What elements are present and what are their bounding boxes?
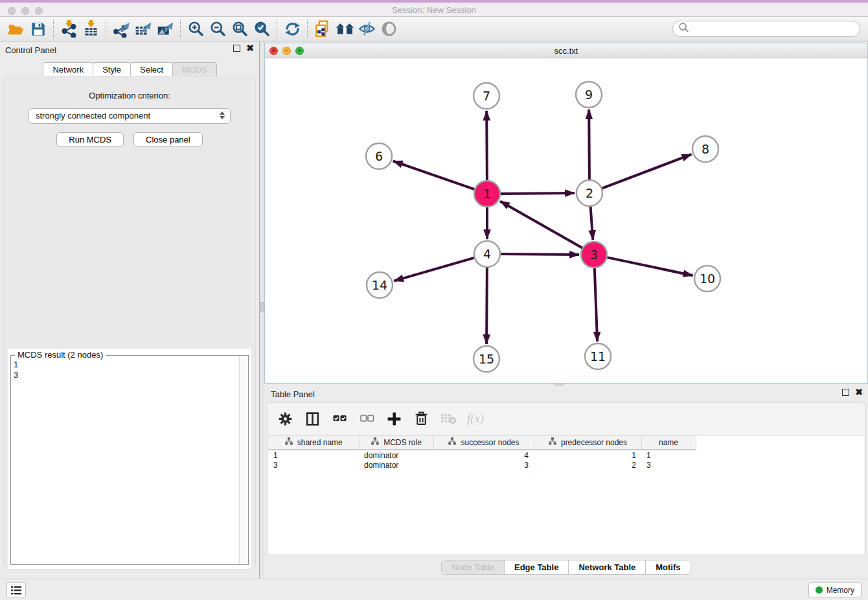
toolbar-separator	[106, 20, 106, 38]
task-history-button[interactable]	[6, 583, 26, 597]
svg-text:4: 4	[483, 247, 491, 261]
search-input[interactable]	[692, 23, 860, 36]
criterion-dropdown[interactable]: strongly connected component	[29, 108, 231, 124]
column-header[interactable]: MCDS role	[359, 435, 433, 450]
select-all-icon[interactable]	[331, 410, 348, 427]
edge-3-10[interactable]	[607, 257, 693, 275]
node-11[interactable]: 11	[585, 343, 611, 369]
node-3[interactable]: 3	[581, 242, 607, 268]
show-columns-icon[interactable]	[304, 410, 321, 427]
tab-network[interactable]: Network	[43, 62, 93, 76]
zoom-out-icon[interactable]	[207, 19, 229, 40]
svg-text:1: 1	[483, 187, 491, 201]
table-cell[interactable]: 1	[268, 450, 359, 460]
memory-label: Memory	[827, 586, 854, 595]
column-header[interactable]: shared name	[268, 435, 359, 450]
edge-1-7[interactable]	[486, 111, 487, 181]
optimization-criterion-label: Optimization criterion:	[4, 91, 255, 100]
table-row[interactable]: 3dominator323	[268, 460, 696, 470]
tab-mcds[interactable]: MCDS	[172, 62, 216, 76]
tab-node-table[interactable]: Node Table	[442, 560, 504, 574]
table-cell[interactable]: dominator	[359, 460, 433, 470]
vertical-splitter[interactable]	[259, 41, 264, 579]
column-header[interactable]: predecessor nodes	[534, 435, 641, 450]
close-panel-button[interactable]: Close panel	[133, 132, 203, 147]
search-box[interactable]	[672, 21, 860, 37]
tab-style[interactable]: Style	[93, 62, 131, 76]
node-4[interactable]: 4	[474, 241, 500, 267]
edge-4-3[interactable]	[500, 254, 579, 255]
node-7[interactable]: 7	[474, 83, 499, 109]
run-mcds-button[interactable]: Run MCDS	[56, 132, 124, 147]
save-session-icon[interactable]	[27, 19, 49, 40]
node-14[interactable]: 14	[367, 272, 393, 298]
zoom-fit-icon[interactable]	[229, 19, 251, 40]
add-column-icon[interactable]	[385, 410, 402, 427]
control-panel-title: Control Panel	[5, 45, 56, 55]
node-10[interactable]: 10	[694, 266, 720, 292]
memory-button[interactable]: Memory	[808, 583, 862, 597]
node-table-container: shared nameMCDS rolesuccessor nodesprede…	[268, 435, 864, 554]
close-panel-icon[interactable]: ✖	[246, 45, 254, 52]
import-table-icon[interactable]	[80, 19, 102, 40]
status-bar: Memory	[0, 579, 868, 600]
node-6[interactable]: 6	[366, 143, 392, 169]
tab-network-table[interactable]: Network Table	[568, 560, 645, 574]
import-network-icon[interactable]	[58, 19, 80, 40]
svg-text:3: 3	[590, 248, 598, 262]
node-8[interactable]: 8	[692, 136, 718, 162]
refresh-layout-icon[interactable]	[281, 19, 303, 40]
column-header[interactable]: successor nodes	[433, 435, 534, 450]
result-scrollbar[interactable]	[239, 356, 248, 564]
float-table-panel-icon[interactable]	[842, 389, 849, 396]
open-session-icon[interactable]	[5, 19, 27, 40]
table-row[interactable]: 1dominator411	[268, 450, 696, 460]
zoom-selected-icon[interactable]	[251, 19, 273, 40]
memory-status-icon	[816, 586, 823, 594]
table-cell[interactable]: 3	[641, 460, 696, 470]
edge-1-6[interactable]	[393, 161, 475, 190]
duplicate-network-icon[interactable]	[312, 19, 334, 40]
session-title: Session: New Session	[0, 5, 868, 15]
export-table-icon[interactable]	[132, 19, 154, 40]
edge-4-14[interactable]	[394, 258, 475, 281]
edge-1-2[interactable]	[500, 193, 575, 194]
toggle-visibility-icon[interactable]	[378, 19, 400, 40]
export-image-icon[interactable]	[154, 19, 176, 40]
export-network-icon[interactable]	[110, 19, 132, 40]
toggle-style-icon[interactable]	[356, 19, 378, 40]
tab-motifs[interactable]: Motifs	[645, 560, 690, 574]
network-canvas[interactable]: 7 9 6 8 1 2 4 3 14 10 15 11	[265, 58, 867, 383]
table-cell[interactable]: 1	[534, 450, 641, 460]
edge-2-9[interactable]	[589, 110, 589, 180]
table-cell[interactable]: 3	[433, 460, 534, 470]
node-table: shared nameMCDS rolesuccessor nodesprede…	[268, 435, 696, 470]
edge-3-1[interactable]	[500, 201, 583, 248]
node-15[interactable]: 15	[474, 346, 499, 372]
float-panel-icon[interactable]	[233, 45, 240, 52]
svg-text:10: 10	[700, 271, 715, 286]
table-cell[interactable]: 2	[534, 460, 641, 470]
tab-edge-table[interactable]: Edge Table	[504, 560, 568, 574]
edge-2-3[interactable]	[591, 206, 593, 240]
node-2[interactable]: 2	[577, 180, 602, 206]
zoom-in-icon[interactable]	[185, 19, 207, 40]
table-cell[interactable]: 4	[433, 450, 534, 460]
tab-select[interactable]: Select	[130, 62, 173, 76]
table-cell[interactable]: dominator	[359, 450, 433, 460]
node-9[interactable]: 9	[576, 82, 602, 108]
network-graph[interactable]: 7 9 6 8 1 2 4 3 14 10 15 11	[265, 58, 867, 383]
table-settings-icon[interactable]	[277, 410, 293, 427]
edge-2-8[interactable]	[602, 154, 692, 189]
edge-3-11[interactable]	[595, 268, 597, 341]
home-view-icon[interactable]	[334, 19, 356, 40]
delete-column-icon[interactable]	[413, 410, 429, 427]
close-table-panel-icon[interactable]: ✖	[855, 389, 863, 396]
column-header[interactable]: name	[641, 435, 696, 450]
network-window-titlebar[interactable]: ✕ − + scc.txt	[265, 43, 867, 58]
edge-4-15[interactable]	[486, 267, 487, 344]
deselect-all-icon[interactable]	[358, 410, 375, 427]
table-cell[interactable]: 3	[268, 460, 359, 470]
table-cell[interactable]: 1	[641, 450, 696, 460]
node-1[interactable]: 1	[474, 181, 500, 207]
